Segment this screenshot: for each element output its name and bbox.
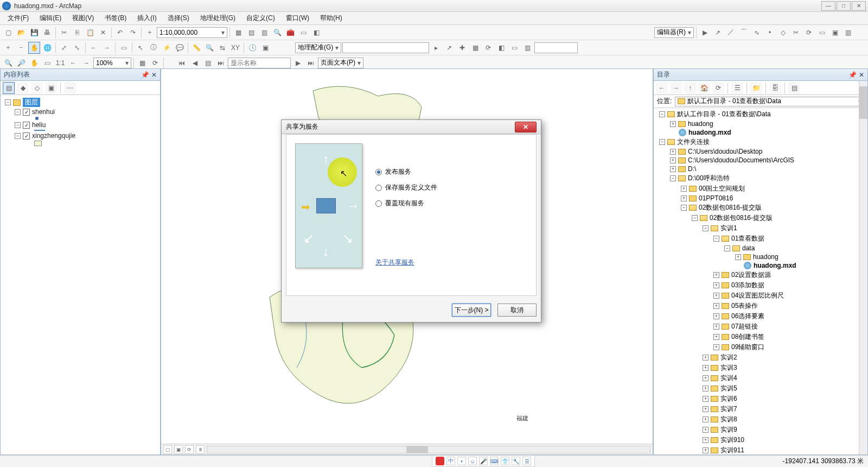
cat-view-icon[interactable]: ☰ [731,82,743,94]
edit-vertex-icon[interactable]: ◇ [777,27,789,39]
menu-bookmarks[interactable]: 书签(B) [100,12,131,24]
save-icon[interactable]: 💾 [28,27,40,39]
georef-layer-combo[interactable] [342,42,429,53]
page-next2-icon[interactable]: ▶ [292,57,304,69]
find-icon[interactable]: 🔍 [203,42,215,54]
dialog-close-button[interactable]: ✕ [515,122,537,132]
select-elements-icon[interactable]: ↖ [135,42,146,54]
ime-lang[interactable]: 中 [446,457,455,465]
layer-toggle[interactable]: − [15,122,21,128]
cat-up-icon[interactable]: ↑ [684,82,696,94]
display-name-input[interactable] [228,58,291,68]
edit-split-icon[interactable]: ✂ [790,27,802,39]
menu-view[interactable]: 视图(V) [68,12,98,24]
pause-draw-icon[interactable]: ⏸ [196,445,205,454]
tree-toggle[interactable]: + [681,195,687,201]
catalog-vscrollbar[interactable] [859,81,867,455]
new-doc-icon[interactable]: ▢ [2,27,14,39]
menu-edit[interactable]: 编辑(E) [35,12,66,24]
tree-toggle[interactable]: + [713,334,719,340]
select-features-icon[interactable]: ▭ [118,42,130,54]
tree-item[interactable]: 09辅助窗口 [731,343,764,352]
layout-whole-page-icon[interactable]: ▭ [41,57,53,69]
tree-item[interactable]: 实训911 [720,446,744,455]
zoom-out-icon[interactable]: － [15,42,27,54]
tree-item[interactable]: D:\00呼和浩特 [688,174,730,183]
model-builder-icon[interactable]: ◧ [310,27,322,39]
about-share-link[interactable]: 关于共享服务 [375,258,527,267]
cat-back-icon[interactable]: ← [656,82,668,94]
tree-toggle[interactable]: + [670,166,676,172]
next-extent-icon[interactable]: → [101,42,113,54]
create-viewer-icon[interactable]: ▣ [259,42,271,54]
layout-zoom-out-icon[interactable]: 🔎 [15,57,27,69]
menu-file[interactable]: 文件(F) [3,12,33,24]
editor-toolbar-icon[interactable]: ▦ [232,27,244,39]
tree-toggle[interactable]: + [703,406,709,412]
cat-connect-db-icon[interactable]: 🗄 [769,82,781,94]
arctoolbox-icon[interactable]: 🧰 [284,27,296,39]
html-popup-icon[interactable]: 💬 [174,42,186,54]
menu-select[interactable]: 选择(S) [163,12,194,24]
menu-geoprocessing[interactable]: 地理处理(G) [196,12,240,24]
ime-voice-icon[interactable]: 🎤 [479,457,488,465]
open-icon[interactable]: 📂 [15,27,27,39]
georef-tool8-icon[interactable]: ▥ [521,42,533,54]
tree-item[interactable]: 文件夹连接 [677,137,710,147]
layout-100-icon[interactable]: 1:1 [54,57,66,69]
menu-window[interactable]: 窗口(W) [282,12,314,24]
tree-item[interactable]: 实训7 [720,405,737,414]
tree-toggle[interactable]: + [713,324,719,330]
georef-value-input[interactable] [534,42,578,53]
tree-item[interactable]: 实训4 [720,374,737,383]
menu-customize[interactable]: 自定义(C) [242,12,279,24]
tree-toggle[interactable]: − [659,139,665,145]
tree-toggle[interactable]: + [670,121,676,127]
ime-skin-icon[interactable]: 👕 [501,457,509,465]
edit-trace-icon[interactable]: ∿ [751,27,763,39]
ime-menu-icon[interactable]: ☰ [522,457,531,465]
georef-dropdown[interactable]: 地理配准(G) [295,42,341,53]
tree-item[interactable]: 默认工作目录 - 01查看数据\Data [677,110,771,119]
tree-item[interactable]: 实训2 [720,353,737,362]
layer-toggle[interactable]: − [15,133,21,139]
edit-point-icon[interactable]: • [764,27,776,39]
data-driven-icon[interactable]: ▦ [136,57,148,69]
close-window-button[interactable]: ✕ [852,1,866,11]
radio-save-def[interactable]: 保存服务定义文件 [375,183,527,192]
dialog-titlebar[interactable]: 共享为服务 ✕ [282,120,541,134]
tree-toggle[interactable]: + [713,313,719,319]
minimize-button[interactable]: — [821,1,835,11]
toc-list-by-draw-icon[interactable]: ▤ [3,82,15,94]
ime-emoji-icon[interactable]: ☺ [468,457,477,465]
layout-prev-icon[interactable]: ← [67,57,79,69]
cancel-button[interactable]: 取消 [497,304,537,317]
tree-item[interactable]: C:\Users\doudou\Documents\ArcGIS [688,156,794,164]
tree-item[interactable]: 02设置数据源 [731,270,771,280]
tree-toggle[interactable]: + [735,254,741,260]
georef-tool1-icon[interactable]: ▸ [430,42,442,54]
layer-checkbox[interactable] [23,122,30,129]
tree-item[interactable]: 00国土空间规划 [699,184,745,193]
tree-item[interactable]: 04设置图层比例尺 [731,291,784,300]
map-scale-combo[interactable]: 1:10,000,000 [157,27,227,38]
find-route-icon[interactable]: ⇆ [216,42,228,54]
layout-view-icon[interactable]: ▣ [174,445,183,454]
tree-toggle[interactable]: + [713,344,719,350]
ime-punct-icon[interactable]: • [457,457,466,465]
toc-list-by-selection-icon[interactable]: ▣ [45,82,57,94]
undo-icon[interactable]: ↶ [114,27,126,39]
layout-zoom-in-icon[interactable]: 🔍 [2,57,14,69]
tree-toggle[interactable]: − [724,245,730,251]
georef-tool3-icon[interactable]: ✚ [456,42,468,54]
georef-tool7-icon[interactable]: ▭ [508,42,520,54]
tree-item[interactable]: D:\ [688,165,696,173]
tree-toggle[interactable]: − [713,236,719,242]
tree-toggle[interactable]: + [681,186,687,192]
tree-item[interactable]: 01PPT0816 [699,194,733,202]
tree-item[interactable]: C:\Users\doudou\Desktop [688,148,762,155]
zoom-in-icon[interactable]: ＋ [2,42,14,54]
fixed-zoom-in-icon[interactable]: ⤢ [58,42,70,54]
copy-icon[interactable]: ⎘ [71,27,83,39]
data-view-icon[interactable]: ▢ [163,445,172,454]
